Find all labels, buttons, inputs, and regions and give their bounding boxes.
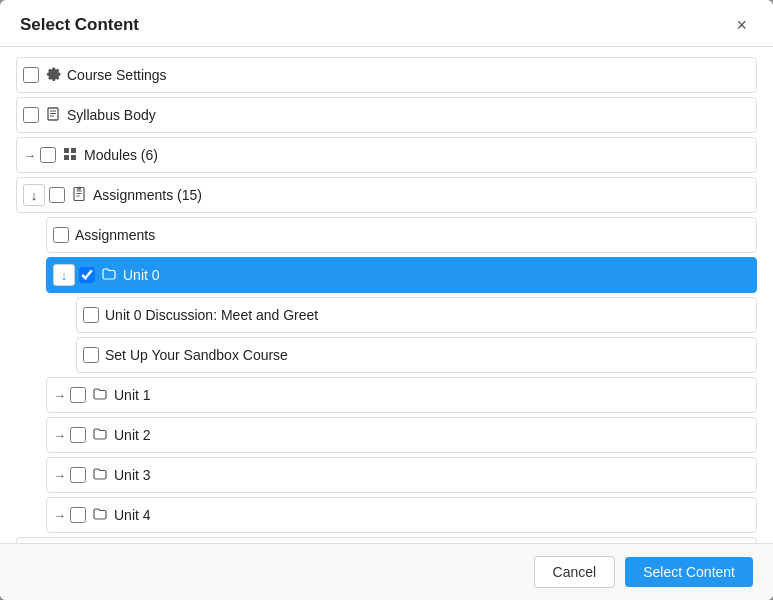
close-button[interactable]: × xyxy=(730,14,753,36)
folder-icon-unit-3 xyxy=(92,466,108,485)
modal-body: Course SettingsSyllabus Body→Modules (6)… xyxy=(0,47,773,543)
row-label-unit-4: Unit 4 xyxy=(114,507,750,523)
row-label-unit-0: Unit 0 xyxy=(123,267,750,283)
checkbox-sandbox[interactable] xyxy=(83,347,99,363)
svg-rect-7 xyxy=(71,155,76,160)
list-item-unit-4[interactable]: →Unit 4 xyxy=(46,497,757,533)
checkbox-unit-4[interactable] xyxy=(70,507,86,523)
expand-arrow-unit-3: → xyxy=(53,468,66,483)
expand-arrow-unit-1: → xyxy=(53,388,66,403)
folder-icon-unit-2 xyxy=(92,426,108,445)
folder-icon-unit-4 xyxy=(92,506,108,525)
checkbox-unit-2[interactable] xyxy=(70,427,86,443)
checkbox-assignments-child[interactable] xyxy=(53,227,69,243)
cancel-button[interactable]: Cancel xyxy=(534,556,616,588)
modal: Select Content × Course SettingsSyllabus… xyxy=(0,0,773,600)
checkbox-unit-1[interactable] xyxy=(70,387,86,403)
row-label-unit-0-discussion: Unit 0 Discussion: Meet and Greet xyxy=(105,307,750,323)
list-item-sandbox[interactable]: Set Up Your Sandbox Course xyxy=(76,337,757,373)
collapse-btn-assignments[interactable]: ↓ xyxy=(23,184,45,206)
list-item-syllabus-body[interactable]: Syllabus Body xyxy=(16,97,757,133)
row-label-syllabus-body: Syllabus Body xyxy=(67,107,750,123)
list-item-course-settings[interactable]: Course Settings xyxy=(16,57,757,93)
list-item-assignments-child[interactable]: Assignments xyxy=(46,217,757,253)
row-label-unit-3: Unit 3 xyxy=(114,467,750,483)
row-label-unit-2: Unit 2 xyxy=(114,427,750,443)
gear-icon-course-settings xyxy=(45,66,61,85)
modal-header: Select Content × xyxy=(0,0,773,47)
expand-arrow-unit-2: → xyxy=(53,428,66,443)
modal-title: Select Content xyxy=(20,15,139,35)
checkbox-unit-3[interactable] xyxy=(70,467,86,483)
list-item-unit-0-discussion[interactable]: Unit 0 Discussion: Meet and Greet xyxy=(76,297,757,333)
assign-icon-assignments xyxy=(71,186,87,205)
row-label-course-settings: Course Settings xyxy=(67,67,750,83)
collapse-btn-unit-0[interactable]: ↓ xyxy=(53,264,75,286)
checkbox-unit-0[interactable] xyxy=(79,267,95,283)
row-label-modules: Modules (6) xyxy=(84,147,750,163)
row-label-unit-1: Unit 1 xyxy=(114,387,750,403)
checkbox-assignments[interactable] xyxy=(49,187,65,203)
list-item-unit-1[interactable]: →Unit 1 xyxy=(46,377,757,413)
svg-rect-5 xyxy=(71,148,76,153)
checkbox-unit-0-discussion[interactable] xyxy=(83,307,99,323)
svg-rect-4 xyxy=(64,148,69,153)
select-content-button[interactable]: Select Content xyxy=(625,557,753,587)
syllabus-icon-syllabus-body xyxy=(45,106,61,125)
row-label-assignments: Assignments (15) xyxy=(93,187,750,203)
list-item-unit-2[interactable]: →Unit 2 xyxy=(46,417,757,453)
row-label-sandbox: Set Up Your Sandbox Course xyxy=(105,347,750,363)
list-item-modules[interactable]: →Modules (6) xyxy=(16,137,757,173)
svg-rect-6 xyxy=(64,155,69,160)
checkbox-modules[interactable] xyxy=(40,147,56,163)
list-item-unit-3[interactable]: →Unit 3 xyxy=(46,457,757,493)
modal-overlay: Select Content × Course SettingsSyllabus… xyxy=(0,0,773,600)
list-item-assignments[interactable]: ↓Assignments (15) xyxy=(16,177,757,213)
folder-icon-unit-1 xyxy=(92,386,108,405)
expand-arrow-unit-4: → xyxy=(53,508,66,523)
checkbox-course-settings[interactable] xyxy=(23,67,39,83)
modal-footer: Cancel Select Content xyxy=(0,543,773,600)
checkbox-syllabus-body[interactable] xyxy=(23,107,39,123)
list-item-unit-0[interactable]: ↓Unit 0 xyxy=(46,257,757,293)
module-icon-modules xyxy=(62,146,78,165)
expand-arrow-modules: → xyxy=(23,148,36,163)
row-label-assignments-child: Assignments xyxy=(75,227,750,243)
folder-icon-unit-0 xyxy=(101,266,117,285)
